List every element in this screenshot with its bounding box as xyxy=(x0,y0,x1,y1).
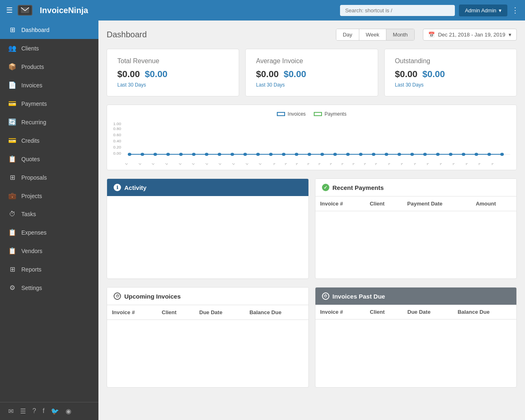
activity-panel: ℹ Activity xyxy=(107,178,309,279)
brand-email-icon xyxy=(18,5,32,16)
footer-twitter-icon[interactable]: 🐦 xyxy=(51,407,59,415)
hamburger-icon[interactable]: ☰ xyxy=(6,6,13,15)
recurring-icon: 🔄 xyxy=(8,118,16,126)
sidebar-item-tasks[interactable]: ⏱ Tasks xyxy=(0,205,98,223)
outstanding-subtitle: Last 30 Days xyxy=(395,82,506,88)
svg-point-11 xyxy=(167,153,170,156)
legend-payments-label: Payments xyxy=(324,111,346,117)
search-input[interactable] xyxy=(340,5,455,16)
main-content: Dashboard Day Week Month 📅 Dec 21, 2018 … xyxy=(98,21,525,420)
period-week-button[interactable]: Week xyxy=(359,29,386,40)
sidebar-label-dashboard: Dashboard xyxy=(21,27,50,33)
tasks-icon: ⏱ xyxy=(8,210,16,218)
sidebar-item-products[interactable]: 📦 Products xyxy=(0,57,98,76)
sidebar-item-payments[interactable]: 💳 Payments xyxy=(0,94,98,113)
upcoming-col-balance-due: Balance Due xyxy=(244,305,308,320)
footer-list-icon[interactable]: ☰ xyxy=(20,407,26,415)
products-icon: 📦 xyxy=(8,63,16,71)
chart-container: Invoices Payments 1.00 0.80 0.60 0.40 0.… xyxy=(107,105,517,170)
sidebar-item-settings[interactable]: ⚙ Settings xyxy=(0,278,98,297)
past-due-col-balance-due: Balance Due xyxy=(453,305,516,320)
sidebar-label-invoices: Invoices xyxy=(21,82,42,89)
total-revenue-secondary: $0.00 xyxy=(145,69,167,80)
past-due-col-client: Client xyxy=(365,305,403,320)
dashboard-icon: ⊞ xyxy=(8,26,16,34)
sidebar-item-vendors[interactable]: 📋 Vendors xyxy=(0,242,98,260)
past-due-table: Invoice # Client Due Date Balance Due xyxy=(315,305,517,320)
sidebar-item-dashboard[interactable]: ⊞ Dashboard xyxy=(0,21,98,39)
invoices-icon: 📄 xyxy=(8,81,16,89)
col-payment-date: Payment Date xyxy=(402,196,471,211)
recent-payments-table: Invoice # Client Payment Date Amount xyxy=(315,196,517,211)
past-due-panel: ⏱ Invoices Past Due Invoice # Client Due… xyxy=(315,287,517,388)
activity-header: ℹ Activity xyxy=(107,179,308,196)
date-range-text: Dec 21, 2018 - Jan 19, 2019 xyxy=(438,32,505,38)
footer-facebook-icon[interactable]: f xyxy=(43,407,44,415)
chart-svg: 1.00 0.80 0.60 0.40 0.20 0.00 xyxy=(113,121,510,162)
payments-icon: 💳 xyxy=(8,100,16,107)
average-invoice-values: $0.00 $0.00 xyxy=(256,69,367,80)
footer-github-icon[interactable]: ◉ xyxy=(66,407,71,415)
sidebar-label-expenses: Expenses xyxy=(21,229,46,236)
sidebar-item-quotes[interactable]: 📋 Quotes xyxy=(0,150,98,168)
svg-point-19 xyxy=(269,153,273,156)
upcoming-col-invoice-num: Invoice # xyxy=(107,305,157,320)
outstanding-primary: $0.00 xyxy=(395,69,418,80)
total-revenue-values: $0.00 $0.00 xyxy=(117,69,228,80)
navbar: ☰ InvoiceNinja Admin Admin ▾ ⋮ xyxy=(0,0,525,21)
admin-dropdown-arrow: ▾ xyxy=(499,7,502,14)
sidebar-item-credits[interactable]: 💳 Credits xyxy=(0,131,98,150)
upcoming-invoices-panel: ⏱ Upcoming Invoices Invoice # Client Due… xyxy=(107,287,309,388)
sidebar-item-clients[interactable]: 👥 Clients xyxy=(0,39,98,57)
upcoming-invoices-title: Upcoming Invoices xyxy=(124,293,181,300)
activity-body xyxy=(107,196,308,278)
svg-point-24 xyxy=(333,153,337,156)
date-range-button[interactable]: 📅 Dec 21, 2018 - Jan 19, 2019 ▾ xyxy=(423,29,517,41)
svg-text:0.40: 0.40 xyxy=(113,139,121,143)
svg-point-23 xyxy=(320,153,324,156)
calendar-icon: 📅 xyxy=(428,32,435,38)
sidebar-item-reports[interactable]: ⊞ Reports xyxy=(0,260,98,278)
recent-payments-panel: ✓ Recent Payments Invoice # Client Payme… xyxy=(315,178,517,279)
svg-point-9 xyxy=(141,153,144,156)
admin-dropdown-button[interactable]: Admin Admin ▾ xyxy=(459,5,507,16)
period-buttons: Day Week Month xyxy=(336,29,415,41)
activity-info-icon: ℹ xyxy=(114,184,121,191)
svg-point-15 xyxy=(218,153,221,156)
svg-point-8 xyxy=(128,153,132,156)
recent-payments-check-icon: ✓ xyxy=(322,184,329,191)
period-day-button[interactable]: Day xyxy=(336,29,359,40)
invoices-row: ⏱ Upcoming Invoices Invoice # Client Due… xyxy=(107,287,517,388)
svg-point-34 xyxy=(462,153,466,156)
sidebar-label-proposals: Proposals xyxy=(21,174,47,181)
dashboard-header: Dashboard Day Week Month 📅 Dec 21, 2018 … xyxy=(107,29,517,41)
sidebar-item-expenses[interactable]: 📋 Expenses xyxy=(0,223,98,242)
date-range-chevron: ▾ xyxy=(509,32,511,38)
metric-cards: Total Revenue $0.00 $0.00 Last 30 Days A… xyxy=(107,49,517,96)
svg-point-22 xyxy=(308,153,311,156)
sidebar-item-recurring[interactable]: 🔄 Recurring xyxy=(0,113,98,131)
period-month-button[interactable]: Month xyxy=(386,29,414,40)
average-invoice-secondary: $0.00 xyxy=(283,69,306,80)
past-due-header-row: Invoice # Client Due Date Balance Due xyxy=(315,305,517,320)
settings-icon: ⚙ xyxy=(8,284,16,292)
sidebar-item-proposals[interactable]: ⊞ Proposals xyxy=(0,168,98,187)
sidebar-label-clients: Clients xyxy=(21,45,39,52)
upcoming-invoices-header: ⏱ Upcoming Invoices xyxy=(107,288,308,305)
footer-email-icon[interactable]: ✉ xyxy=(8,407,14,415)
sidebar-label-products: Products xyxy=(21,64,44,70)
main-layout: ⊞ Dashboard 👥 Clients 📦 Products 📄 Invoi… xyxy=(0,21,525,420)
sidebar-item-projects[interactable]: 💼 Projects xyxy=(0,187,98,205)
past-due-body: Invoice # Client Due Date Balance Due xyxy=(315,305,517,387)
footer-help-icon[interactable]: ? xyxy=(32,407,36,415)
svg-point-12 xyxy=(179,153,183,156)
proposals-icon: ⊞ xyxy=(8,173,16,181)
svg-point-27 xyxy=(372,153,376,156)
sidebar: ⊞ Dashboard 👥 Clients 📦 Products 📄 Invoi… xyxy=(0,21,98,420)
nav-menu-icon[interactable]: ⋮ xyxy=(511,6,519,15)
average-invoice-title: Average Invoice xyxy=(256,57,367,65)
upcoming-col-client: Client xyxy=(157,305,194,320)
sidebar-item-invoices[interactable]: 📄 Invoices xyxy=(0,76,98,94)
credits-icon: 💳 xyxy=(8,137,16,144)
brand-ninja: Ninja xyxy=(68,6,88,15)
